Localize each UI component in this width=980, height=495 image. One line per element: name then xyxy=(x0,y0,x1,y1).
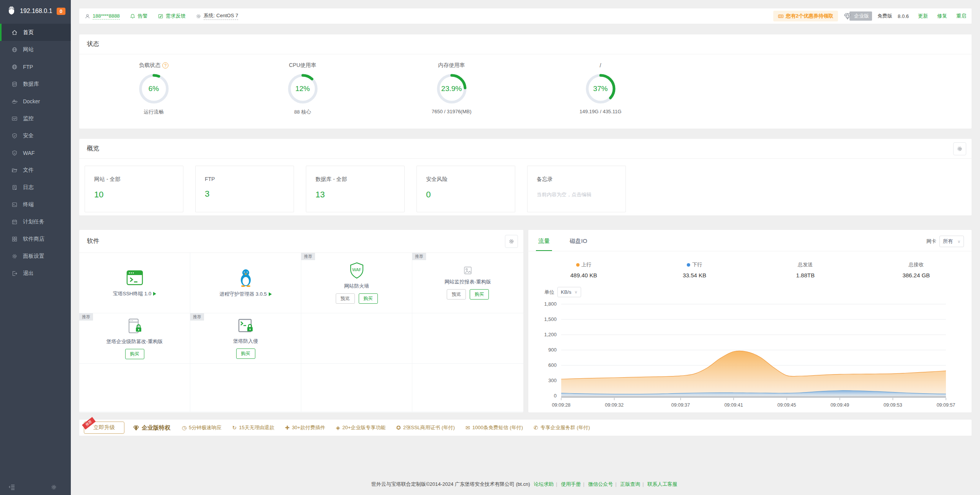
overview-card-value[interactable]: 0 xyxy=(426,190,515,200)
sidebar-item-website[interactable]: 网站 xyxy=(0,41,71,58)
software-item-waf[interactable]: 推荐 WAF 网站防火墙 预览 购买 xyxy=(301,253,412,313)
overview-card-memo[interactable]: 备忘录 当前内容为空，点击编辑 xyxy=(527,166,626,212)
tab-traffic[interactable]: 流量 xyxy=(536,232,552,251)
perk-paid-plugins[interactable]: ✚30+款付费插件 xyxy=(285,424,325,431)
collapse-sidebar-icon[interactable] xyxy=(8,484,15,490)
topbar-system[interactable]: 系统: CentOS 7 xyxy=(196,12,238,20)
overview-card-value[interactable]: 10 xyxy=(94,190,183,200)
software-settings-button[interactable] xyxy=(505,235,518,248)
topbar-alarm[interactable]: 告警 xyxy=(130,13,148,20)
message-count-badge[interactable]: 0 xyxy=(57,8,65,15)
play-icon[interactable] xyxy=(269,292,272,296)
tab-disk-io[interactable]: 磁盘IO xyxy=(567,232,590,251)
traffic-section: 流量 磁盘IO 网卡 所有 ∨ 上行 489.40 KB 下行 33.54 KB… xyxy=(528,230,972,412)
feedback-edit-icon xyxy=(158,13,163,19)
overview-card-ftp[interactable]: FTP 3 xyxy=(195,166,294,212)
software-empty-cell xyxy=(79,364,190,412)
help-icon[interactable]: ? xyxy=(162,62,168,68)
main-content: 188****8888 告警 需求反馈 系统: CentOS 7 您有2个优惠券… xyxy=(71,0,980,495)
sidebar-item-logout[interactable]: 退出 xyxy=(0,265,71,282)
svg-text:1,500: 1,500 xyxy=(544,316,557,322)
footer-link-genuine-check[interactable]: 正版查询 xyxy=(620,481,640,487)
sidebar-item-cron[interactable]: 计划任务 xyxy=(0,213,71,230)
footer-link-support[interactable]: 联系人工客服 xyxy=(647,481,677,487)
sidebar-item-files[interactable]: 文件 xyxy=(0,161,71,179)
enterprise-chip[interactable]: 企业版 xyxy=(843,11,872,21)
system-label[interactable]: 系统: CentOS 7 xyxy=(204,12,238,20)
perk-free-sms[interactable]: ✉1000条免费短信 (年付) xyxy=(466,424,523,431)
software-item-monitor-report[interactable]: 推荐 网站监控报表-重构版 预览 购买 xyxy=(412,253,523,313)
sidebar-item-waf[interactable]: WAF xyxy=(0,144,71,161)
gauge-cpu[interactable]: CPU使用率 12% 88 核心 xyxy=(228,61,377,116)
sidebar-item-appstore[interactable]: 软件商店 xyxy=(0,230,71,248)
perk-service-group[interactable]: ✆专享企业服务群 (年付) xyxy=(534,424,590,431)
software-item-intrusion-prevention[interactable]: 推荐 堡塔防入侵 购买 xyxy=(190,313,301,364)
overview-card-value[interactable]: 13 xyxy=(315,190,404,200)
traffic-chart[interactable]: 03006009001,2001,5001,80009:09:2809:09:3… xyxy=(531,299,972,415)
overview-card-security-risk[interactable]: 安全风险 0 xyxy=(416,166,515,212)
chevron-down-icon: ∨ xyxy=(957,239,960,244)
buy-button[interactable]: 购买 xyxy=(470,289,489,300)
separator: | xyxy=(583,481,584,487)
preview-button[interactable]: 预览 xyxy=(336,293,355,304)
perk-refund[interactable]: ↻15天无理由退款 xyxy=(232,424,274,431)
software-item-process-guard[interactable]: 进程守护管理器 3.0.5 xyxy=(190,253,301,313)
play-icon[interactable] xyxy=(153,292,156,296)
sidebar-item-ftp[interactable]: FTP xyxy=(0,58,71,75)
gauge-memory[interactable]: 内存使用率 23.9% 7650 / 31976(MB) xyxy=(377,61,526,116)
gauge-label: 内存使用率 xyxy=(438,62,465,69)
repair-button[interactable]: 修复 xyxy=(937,13,947,20)
sidebar-item-logs[interactable]: 日志 xyxy=(0,179,71,196)
footer-link-manual[interactable]: 使用手册 xyxy=(561,481,581,487)
sidebar-item-label: 日志 xyxy=(23,184,34,191)
footer-link-forum[interactable]: 论坛求助 xyxy=(534,481,554,487)
perk-fast-response[interactable]: ◷5分钟极速响应 xyxy=(182,424,221,431)
buy-button[interactable]: 购买 xyxy=(125,349,144,359)
overview-card-websites[interactable]: 网站 - 全部 10 xyxy=(85,166,183,212)
nic-select[interactable]: 所有 ∨ xyxy=(939,236,964,247)
perk-ssl-certs[interactable]: ✪2张SSL商用证书 (年付) xyxy=(396,424,455,431)
enterprise-perks-title[interactable]: 企业版特权 xyxy=(133,424,170,431)
preview-button[interactable]: 预览 xyxy=(447,289,466,300)
sidebar-item-monitor[interactable]: 监控 xyxy=(0,110,71,127)
overview-card-value[interactable]: 3 xyxy=(205,189,294,199)
topbar-user[interactable]: 188****8888 xyxy=(85,13,120,20)
upgrade-now-button[interactable]: 推荐 立即升级 xyxy=(84,422,124,434)
upgrade-button-label: 立即升级 xyxy=(93,424,115,430)
gauge-sub: 88 核心 xyxy=(294,109,311,116)
feedback-label[interactable]: 需求反馈 xyxy=(166,13,186,20)
sidebar-item-home[interactable]: 首页 xyxy=(0,24,71,41)
software-item-ssh-terminal[interactable]: 宝塔SSH终端 1.0 xyxy=(79,253,190,313)
overview-settings-button[interactable] xyxy=(953,142,966,155)
buy-button[interactable]: 购买 xyxy=(236,348,255,359)
software-item-tamper-proof[interactable]: 推荐 堡塔企业级防篡改-重构版 购买 xyxy=(79,313,190,364)
sidebar-item-label: 安全 xyxy=(23,132,34,139)
software-empty-cell xyxy=(190,364,301,412)
sidebar-item-settings[interactable]: 面板设置 xyxy=(0,248,71,265)
coupon-text: 您有2个优惠券待领取 xyxy=(786,13,833,20)
gauge-disk-root[interactable]: / 37% 149.19G / 435.11G xyxy=(526,61,675,116)
topbar-feedback[interactable]: 需求反馈 xyxy=(158,13,186,20)
disk-donut: 37% xyxy=(585,73,617,105)
server-identity[interactable]: 192.168.0.1 0 xyxy=(0,0,71,22)
sidebar-item-docker[interactable]: Docker xyxy=(0,93,71,110)
svg-text:1,800: 1,800 xyxy=(544,301,557,307)
footer-link-wechat[interactable]: 微信公众号 xyxy=(588,481,613,487)
buy-button[interactable]: 购买 xyxy=(359,293,378,304)
sidebar-item-security[interactable]: 安全 xyxy=(0,127,71,144)
coupon-banner[interactable]: 您有2个优惠券待领取 xyxy=(773,11,838,21)
shield-check-icon xyxy=(11,133,18,139)
perk-exclusive-features[interactable]: ◈20+企业版专享功能 xyxy=(336,424,385,431)
update-button[interactable]: 更新 xyxy=(918,13,928,20)
overview-card-databases[interactable]: 数据库 - 全部 13 xyxy=(306,166,405,212)
alarm-label[interactable]: 告警 xyxy=(138,13,148,20)
sidebar-item-terminal[interactable]: 终端 xyxy=(0,196,71,213)
unit-select[interactable]: KB/s ∨ xyxy=(557,287,581,297)
gauge-load[interactable]: 负载状态? 6% 运行流畅 xyxy=(79,61,228,116)
panel-gear-icon[interactable] xyxy=(51,484,57,490)
restart-button[interactable]: 重启 xyxy=(956,13,966,20)
sidebar-item-database[interactable]: 数据库 xyxy=(0,75,71,93)
user-phone[interactable]: 188****8888 xyxy=(93,13,120,20)
memo-placeholder[interactable]: 当前内容为空，点击编辑 xyxy=(537,191,626,198)
svg-text:09:09:57: 09:09:57 xyxy=(937,402,956,408)
